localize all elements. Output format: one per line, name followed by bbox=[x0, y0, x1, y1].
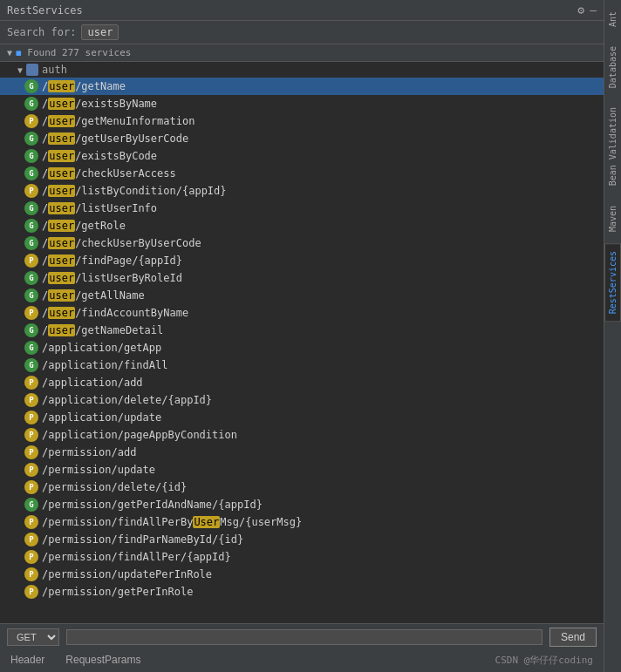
service-item[interactable]: P/user/listByCondition/{appId} bbox=[0, 182, 604, 200]
minimize-icon[interactable]: — bbox=[590, 3, 597, 17]
side-tab-rest-services[interactable]: RestServices bbox=[604, 243, 621, 322]
service-item[interactable]: P/user/findAccountByName bbox=[0, 304, 604, 322]
result-header: ▼ ◼ Found 277 services bbox=[0, 44, 604, 62]
side-tab-bean-validation[interactable]: Bean Validation bbox=[604, 99, 621, 193]
method-badge: G bbox=[24, 132, 38, 146]
method-badge: G bbox=[24, 358, 38, 372]
service-path: /user/getName bbox=[42, 80, 126, 92]
side-tab-maven[interactable]: Maven bbox=[604, 198, 621, 240]
service-path: /user/checkUserByUserCode bbox=[42, 237, 201, 249]
service-path: /user/getUserByUserCode bbox=[42, 132, 188, 145]
service-path: /permission/getPerInRole bbox=[42, 586, 193, 598]
side-tab-database[interactable]: Database bbox=[604, 38, 621, 96]
method-badge: P bbox=[24, 480, 38, 494]
service-item[interactable]: P/application/delete/{appId} bbox=[0, 391, 604, 409]
service-item[interactable]: G/user/getName bbox=[0, 78, 604, 95]
service-item[interactable]: P/application/update bbox=[0, 409, 604, 426]
service-item[interactable]: G/user/existsByName bbox=[0, 95, 604, 112]
method-select[interactable]: GET POST PUT DELETE bbox=[7, 628, 59, 646]
side-tab-ant[interactable]: Ant bbox=[604, 3, 621, 35]
search-value[interactable]: user bbox=[81, 24, 119, 40]
service-path: /user/getMenuInformation bbox=[42, 115, 194, 127]
service-path: /user/getRole bbox=[42, 220, 126, 232]
service-path: /user/getNameDetail bbox=[42, 324, 163, 336]
service-item[interactable]: G/user/checkUserByUserCode bbox=[0, 234, 604, 252]
group-auth[interactable]: ▼ auth bbox=[0, 62, 604, 78]
side-tabs: Ant Database Bean Validation Maven RestS… bbox=[604, 0, 621, 672]
requestparams-tab[interactable]: RequestParams bbox=[62, 652, 144, 668]
service-item[interactable]: G/user/existsByCode bbox=[0, 147, 604, 165]
service-item[interactable]: G/user/getAllName bbox=[0, 287, 604, 304]
service-item[interactable]: G/user/listUserInfo bbox=[0, 200, 604, 217]
service-path: /user/listByCondition/{appId} bbox=[42, 185, 227, 197]
service-item[interactable]: P/permission/getPerInRole bbox=[0, 583, 604, 601]
method-badge: P bbox=[24, 411, 38, 424]
expand-arrow[interactable]: ▼ bbox=[7, 48, 12, 58]
method-badge: G bbox=[24, 201, 38, 215]
service-path: /permission/updatePerInRole bbox=[42, 568, 212, 580]
service-path: /application/add bbox=[42, 377, 143, 389]
method-badge: P bbox=[24, 567, 38, 581]
service-item[interactable]: G/user/checkUserAccess bbox=[0, 165, 604, 182]
send-button[interactable]: Send bbox=[549, 628, 597, 647]
service-path: /application/findAll bbox=[42, 359, 168, 371]
method-badge: G bbox=[24, 288, 38, 302]
service-item[interactable]: P/application/add bbox=[0, 374, 604, 391]
method-badge: P bbox=[24, 184, 38, 198]
service-path: /application/getApp bbox=[42, 342, 161, 354]
service-path: /permission/findAllPerByUserMsg/{userMsg… bbox=[42, 516, 302, 528]
service-item[interactable]: G/application/getApp bbox=[0, 339, 604, 356]
method-badge: G bbox=[24, 166, 38, 180]
method-badge: P bbox=[24, 445, 38, 459]
group-label: auth bbox=[42, 64, 67, 76]
title-text: RestServices bbox=[7, 4, 83, 17]
service-path: /application/pageAppByCondition bbox=[42, 429, 237, 441]
service-path: /permission/delete/{id} bbox=[42, 481, 187, 493]
service-item[interactable]: G/user/listUserByRoleId bbox=[0, 269, 604, 287]
method-badge: G bbox=[24, 498, 38, 512]
service-path: /user/listUserInfo bbox=[42, 202, 157, 214]
group-arrow: ▼ bbox=[17, 65, 23, 75]
gear-icon[interactable]: ⚙ bbox=[577, 3, 584, 17]
service-item[interactable]: P/permission/findParNameById/{id} bbox=[0, 531, 604, 548]
service-item[interactable]: P/user/findPage/{appId} bbox=[0, 252, 604, 269]
bottom-row1: GET POST PUT DELETE Send bbox=[0, 624, 604, 650]
url-input[interactable] bbox=[66, 629, 543, 645]
title-bar-icons: ⚙ — bbox=[577, 3, 597, 17]
method-badge: P bbox=[24, 393, 38, 407]
method-badge: P bbox=[24, 585, 38, 599]
service-item[interactable]: G/user/getNameDetail bbox=[0, 322, 604, 339]
service-item[interactable]: G/permission/getPerIdAndName/{appId} bbox=[0, 496, 604, 513]
service-path: /permission/findAllPer/{appId} bbox=[42, 551, 231, 563]
service-item[interactable]: G/user/getUserByUserCode bbox=[0, 130, 604, 147]
service-path: /user/listUserByRoleId bbox=[42, 272, 182, 284]
method-badge: P bbox=[24, 376, 38, 390]
service-item[interactable]: P/permission/add bbox=[0, 444, 604, 461]
service-item[interactable]: P/user/getMenuInformation bbox=[0, 112, 604, 130]
service-item[interactable]: G/user/getRole bbox=[0, 217, 604, 234]
method-badge: P bbox=[24, 306, 38, 320]
service-path: /permission/update bbox=[42, 464, 155, 476]
method-badge: G bbox=[24, 271, 38, 285]
service-path: /permission/getPerIdAndName/{appId} bbox=[42, 499, 263, 511]
service-item[interactable]: P/permission/findAllPer/{appId} bbox=[0, 548, 604, 566]
method-badge: G bbox=[24, 149, 38, 163]
service-item[interactable]: P/permission/updatePerInRole bbox=[0, 566, 604, 583]
service-item[interactable]: P/permission/update bbox=[0, 461, 604, 479]
header-tab[interactable]: Header bbox=[7, 652, 48, 668]
method-badge: P bbox=[24, 515, 38, 529]
services-list[interactable]: G/user/getNameG/user/existsByNameP/user/… bbox=[0, 78, 604, 623]
service-path: /application/update bbox=[42, 411, 161, 424]
main-panel: RestServices ⚙ — Search for: user ▼ ◼ Fo… bbox=[0, 0, 604, 672]
service-path: /user/findAccountByName bbox=[42, 307, 188, 319]
service-item[interactable]: G/application/findAll bbox=[0, 356, 604, 374]
service-item[interactable]: P/permission/findAllPerByUserMsg/{userMs… bbox=[0, 513, 604, 531]
service-item[interactable]: P/application/pageAppByCondition bbox=[0, 426, 604, 444]
service-item[interactable]: P/permission/delete/{id} bbox=[0, 479, 604, 496]
method-badge: G bbox=[24, 236, 38, 250]
title-bar: RestServices ⚙ — bbox=[0, 0, 604, 21]
method-badge: P bbox=[24, 428, 38, 442]
title-bar-left: RestServices bbox=[7, 4, 83, 17]
watermark: CSDN @华仔仔coding bbox=[488, 652, 600, 669]
method-badge: P bbox=[24, 550, 38, 564]
